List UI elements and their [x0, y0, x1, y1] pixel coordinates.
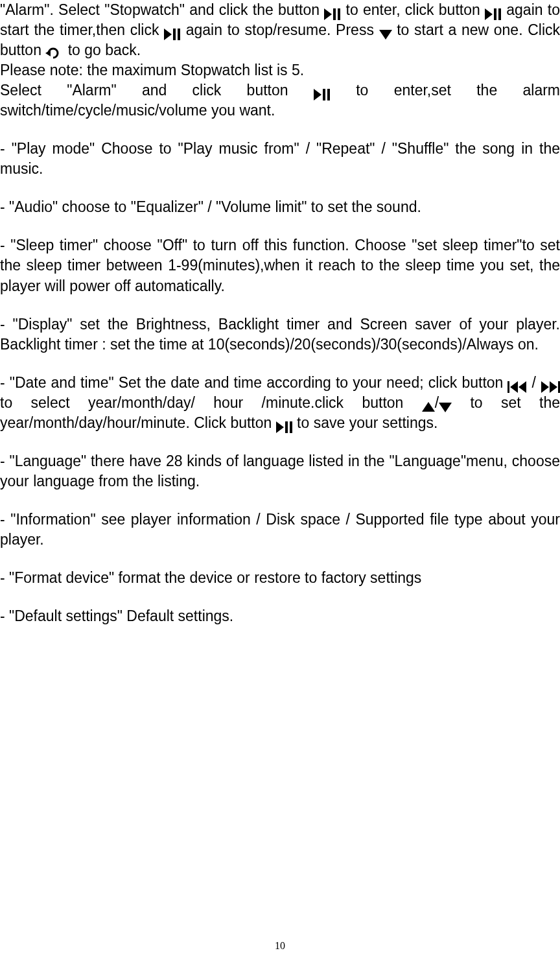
svg-rect-23 — [285, 421, 288, 433]
svg-rect-2 — [338, 8, 340, 20]
svg-marker-18 — [550, 381, 557, 393]
text-segment: to select year/month/day/ hour /minute.c… — [0, 394, 422, 411]
paragraph-alarm: Select "Alarm" and click button to enter… — [0, 80, 560, 121]
play-pause-icon — [314, 86, 331, 97]
svg-rect-5 — [498, 8, 501, 20]
paragraph-information: - "Information" see player information /… — [0, 510, 560, 550]
paragraph-playmode: - "Play mode" Choose to "Play music from… — [0, 139, 560, 179]
svg-marker-20 — [422, 402, 435, 412]
svg-marker-21 — [439, 403, 452, 412]
svg-rect-12 — [323, 89, 325, 100]
paragraph-note: Please note: the maximum Stopwatch list … — [0, 60, 560, 80]
previous-track-icon — [508, 378, 527, 390]
svg-rect-8 — [178, 29, 180, 40]
svg-rect-1 — [333, 8, 336, 20]
svg-marker-3 — [485, 8, 493, 20]
play-pause-icon — [276, 418, 293, 430]
page-number: 10 — [0, 939, 560, 953]
svg-marker-15 — [510, 381, 518, 393]
svg-rect-24 — [290, 421, 292, 433]
up-triangle-icon — [422, 398, 435, 410]
svg-rect-13 — [327, 89, 330, 100]
text-segment: "Alarm". Select "Stopwatch" and click th… — [0, 1, 324, 18]
paragraph-sleep: - "Sleep timer" choose "Off" to turn off… — [0, 235, 560, 296]
svg-marker-11 — [314, 89, 321, 100]
document-content: "Alarm". Select "Stopwatch" and click th… — [0, 0, 560, 626]
svg-marker-0 — [324, 8, 332, 20]
page-container: "Alarm". Select "Stopwatch" and click th… — [0, 0, 560, 966]
paragraph-language: - "Language" there have 28 kinds of lang… — [0, 451, 560, 491]
svg-marker-9 — [379, 30, 392, 40]
paragraph-format: - "Format device" format the device or r… — [0, 568, 560, 588]
down-triangle-icon — [439, 398, 452, 410]
text-segment: / — [532, 374, 541, 391]
down-triangle-icon — [379, 25, 392, 37]
paragraph-default: - "Default settings" Default settings. — [0, 606, 560, 626]
paragraph-display: - "Display" set the Brightness, Backligh… — [0, 314, 560, 355]
play-pause-icon — [164, 25, 181, 37]
svg-marker-10 — [45, 50, 51, 56]
paragraph-stopwatch: "Alarm". Select "Stopwatch" and click th… — [0, 0, 560, 60]
text-segment: - "Date and time" Set the date and time … — [0, 374, 503, 391]
svg-rect-14 — [508, 381, 509, 393]
play-pause-icon — [324, 5, 341, 17]
text-segment: again to stop/resume. Press — [186, 21, 379, 38]
play-pause-icon — [485, 5, 502, 17]
svg-marker-22 — [276, 421, 284, 433]
text-segment: Select "Alarm" and click button — [0, 82, 314, 99]
svg-rect-4 — [494, 8, 496, 20]
svg-marker-6 — [164, 29, 172, 40]
paragraph-audio: - "Audio" choose to "Equalizer" / "Volum… — [0, 197, 560, 217]
text-segment: to go back. — [68, 41, 141, 58]
next-track-icon — [541, 378, 560, 390]
svg-marker-16 — [519, 381, 526, 393]
back-icon — [45, 45, 64, 58]
svg-rect-7 — [173, 29, 176, 40]
text-segment: to save your settings. — [297, 414, 438, 431]
text-segment: to enter, click button — [346, 1, 485, 18]
paragraph-datetime: - "Date and time" Set the date and time … — [0, 373, 560, 433]
svg-marker-17 — [541, 381, 549, 393]
